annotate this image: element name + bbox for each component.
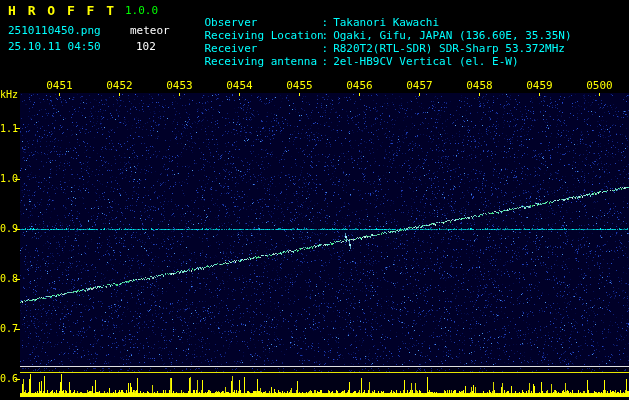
time-tick-label: 0500 <box>586 79 613 92</box>
freq-tick-label: 0.6 <box>0 373 18 384</box>
echo-count: 102 <box>136 40 156 53</box>
time-tick-label: 0454 <box>226 79 253 92</box>
hrofft-output: H R O F F T 1.0.0 2510110450.png meteor … <box>0 0 629 400</box>
info-label: Receiving antenna <box>205 55 322 68</box>
freq-tick-label: 1.0 <box>0 173 18 184</box>
freq-tick-label: 0.9 <box>0 223 18 234</box>
info-row-antenna: Receiving antenna:2el-HB9CV Vertical (el… <box>178 42 519 81</box>
freq-tick-label: 0.8 <box>0 273 18 284</box>
time-tick-label: 0456 <box>346 79 373 92</box>
time-tick-label: 0452 <box>106 79 133 92</box>
info-colon: : <box>322 55 329 68</box>
datetime-label: 25.10.11 04:50 <box>8 40 101 53</box>
time-tick-label: 0455 <box>286 79 313 92</box>
time-tick-label: 0459 <box>526 79 553 92</box>
time-tick-label: 0453 <box>166 79 193 92</box>
app-version: 1.0.0 <box>125 4 158 17</box>
mode-label: meteor <box>130 24 170 37</box>
time-tick-label: 0451 <box>46 79 73 92</box>
freq-tick-label: 0.7 <box>0 323 18 334</box>
info-value: 2el-HB9CV Vertical (el. E-W) <box>333 55 518 68</box>
output-filename: 2510110450.png <box>8 24 101 37</box>
freq-tick-label: 1.1 <box>0 123 18 134</box>
app-title: H R O F F T <box>8 3 116 18</box>
time-tick-label: 0458 <box>466 79 493 92</box>
freq-axis-unit: kHz <box>0 89 18 100</box>
time-tick-label: 0457 <box>406 79 433 92</box>
